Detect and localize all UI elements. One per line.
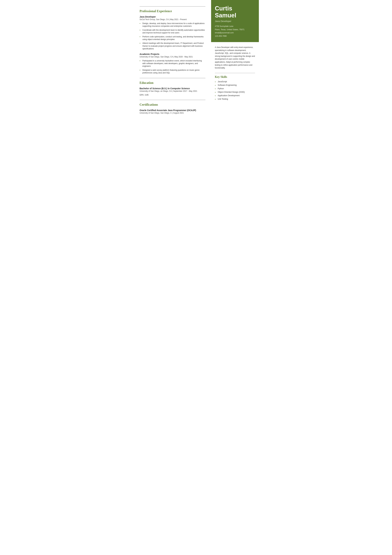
job-bullets-1: Design, develop, and deploy Java microse… [140,22,205,50]
job-bullets-2: Participated in a university hackathon e… [140,59,205,74]
first-name: Curtis [215,5,232,12]
professional-experience-section: Professional Experience Java Developer S… [140,6,205,74]
skill-item: Software Engineering [215,84,255,86]
skill-item: JavaScript [215,80,255,83]
last-name: Samuel [215,12,236,19]
bullet-item: Coordinate with the development team to … [140,29,205,34]
cert-institution: University of San Diego, San Diego, C | … [140,112,205,114]
address-line1: 4759 Sunnydale Lane [215,25,255,28]
certification-entry-1: Oracle Certified Associate Java Programm… [140,109,205,114]
bullet-item: Designed a web survey platform featuring… [140,69,205,74]
bullet-item: Perform code optimization, conduct unit … [140,36,205,41]
bullet-item: Design, develop, and deploy Java microse… [140,22,205,28]
education-section: Education Bachelor of Science (B.S.) in … [140,78,205,96]
header-box: Curtis Samuel Java Developer 4759 Sunnyd… [211,0,259,42]
job-title-header: Java Developer [215,20,255,22]
skills-list: JavaScript Software Engineering Python O… [215,80,255,100]
job-title-2: Academic Projects [140,53,205,55]
skill-item: Python [215,88,255,90]
phone: 123-456-7890 [215,35,255,38]
job-entry-2: Academic Projects University of San Dieg… [140,53,205,74]
email: email@youremail.com [215,31,255,34]
job-entry-1: Java Developer SoCal Tech Group, San Die… [140,15,205,50]
summary-text: A Java Developer with entry-level experi… [215,46,255,69]
institution-meta: University of San Diego, an Diego, CA | … [140,90,205,92]
degree-title: Bachelor of Science (B.S.) in Computer S… [140,87,205,90]
skill-item: Object-Oriented Design (OOD) [215,91,255,93]
left-column: Professional Experience Java Developer S… [133,0,211,178]
professional-experience-title: Professional Experience [140,9,205,13]
right-column: Curtis Samuel Java Developer 4759 Sunnyd… [211,0,259,178]
job-title-1: Java Developer [140,15,205,18]
certifications-title: Certifications [140,103,205,106]
certifications-divider [140,100,205,100]
certifications-section: Certifications Oracle Certified Associat… [140,100,205,114]
address-line2: Plano, Texas, United States, 75071 [215,28,255,31]
contact-info: 4759 Sunnydale Lane Plano, Texas, United… [215,25,255,38]
education-title: Education [140,81,205,85]
skill-item: Unit Testing [215,98,255,100]
right-content: A Java Developer with entry-level experi… [211,42,259,178]
section-divider [140,6,205,7]
skills-title: Key Skills [215,75,255,79]
bullet-item: Participated in a university hackathon e… [140,59,205,68]
skill-item: Application Development [215,95,255,97]
cert-name: Oracle Certified Associate Java Programm… [140,109,205,111]
full-name: Curtis Samuel [215,5,255,19]
job-meta-2: University of San Diego, San Diego, CA |… [140,56,205,58]
job-meta-1: SoCal Tech Group, San Diego, CA | May 20… [140,18,205,21]
education-entry-1: Bachelor of Science (B.S.) in Computer S… [140,87,205,96]
bullet-item: Attend meetings with the development tea… [140,42,205,50]
gpa-value: GPA: 3.85 [140,94,205,96]
